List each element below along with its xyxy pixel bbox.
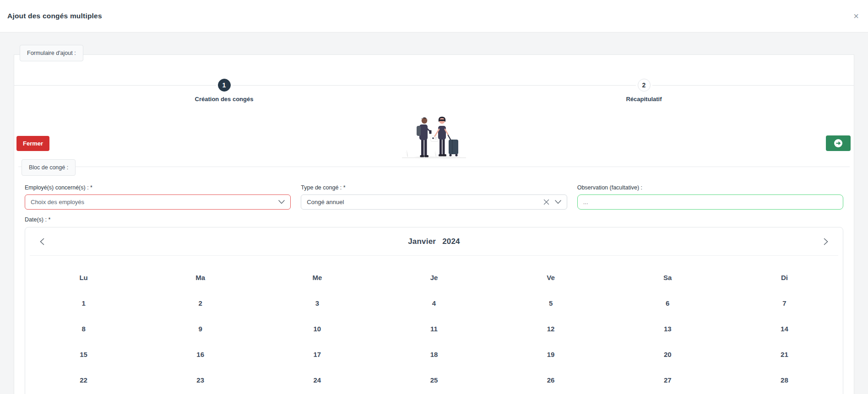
chevron-down-icon: [555, 200, 561, 204]
calendar-header: Janvier 2024: [30, 227, 838, 256]
employees-field: Employé(s) concerné(s) : * Choix des emp…: [25, 184, 291, 210]
observation-input[interactable]: [577, 194, 843, 210]
calendar-day[interactable]: 4: [375, 290, 492, 316]
calendar-day[interactable]: 28: [726, 367, 843, 393]
observation-field: Observation (facultative) :: [577, 184, 843, 210]
calendar-day[interactable]: 17: [259, 341, 375, 367]
wizard-actions: Fermer: [16, 135, 851, 151]
leave-type-value: Congé annuel: [307, 199, 537, 205]
employees-select-placeholder: Choix des employés: [31, 199, 273, 205]
calendar-day[interactable]: 24: [259, 367, 375, 393]
calendar-day[interactable]: 11: [375, 316, 492, 341]
calendar-day[interactable]: 7: [726, 290, 843, 316]
leave-block-legend: Bloc de congé :: [22, 159, 76, 176]
weekday-row: LuMaMeJeVeSaDi: [25, 264, 843, 290]
calendar-day[interactable]: 16: [142, 341, 259, 367]
calendar-day[interactable]: 15: [25, 341, 142, 367]
calendar-day[interactable]: 1: [25, 290, 142, 316]
leave-type-field: Type de congé : * Congé annuel: [301, 184, 567, 210]
form-section-legend: Formulaire d'ajout :: [20, 45, 83, 61]
calendar-title: Janvier 2024: [46, 237, 822, 246]
leave-block-fieldset: Bloc de congé : Employé(s) concerné(s) :…: [18, 167, 850, 394]
calendar-day[interactable]: 18: [375, 341, 492, 367]
calendar-day[interactable]: 20: [609, 341, 726, 367]
dates-label: Date(s) : *: [25, 216, 843, 223]
calendar-day[interactable]: 22: [25, 367, 142, 393]
calendar-day[interactable]: 27: [609, 367, 726, 393]
step-recap[interactable]: 2 Récapitulatif: [434, 79, 854, 103]
weekday-cell: Ma: [142, 264, 259, 290]
weekday-cell: Lu: [25, 264, 142, 290]
employees-label: Employé(s) concerné(s) : *: [25, 184, 291, 191]
clear-icon[interactable]: [543, 199, 549, 205]
chevron-down-icon: [278, 200, 285, 204]
step-2-label: Récapitulatif: [626, 96, 662, 103]
calendar-year[interactable]: 2024: [442, 237, 460, 246]
date-picker-calendar: Janvier 2024 LuMaMeJeVeSaDi 123456789101…: [25, 227, 843, 394]
page-title: Ajout des congés multiples: [7, 12, 102, 20]
calendar-day[interactable]: 3: [259, 290, 375, 316]
chevron-right-icon: [824, 238, 828, 245]
calendar-day[interactable]: 26: [493, 367, 609, 393]
calendar-body: LuMaMeJeVeSaDi 1234567891011121314151617…: [25, 256, 843, 394]
fermer-button[interactable]: Fermer: [16, 136, 49, 151]
step-creation[interactable]: 1 Création des congés: [14, 79, 434, 103]
calendar-day[interactable]: 5: [493, 290, 609, 316]
chevron-left-icon: [40, 238, 44, 245]
step-2-circle: 2: [638, 79, 651, 92]
calendar-week-row: 891011121314: [25, 316, 843, 341]
calendar-day[interactable]: 23: [142, 367, 259, 393]
calendar-week-row: 1234567: [25, 290, 843, 316]
calendar-day[interactable]: 9: [142, 316, 259, 341]
observation-label: Observation (facultative) :: [577, 184, 843, 191]
leave-type-label: Type de congé : *: [301, 184, 567, 191]
calendar-day[interactable]: 8: [25, 316, 142, 341]
step-1-circle: 1: [218, 79, 231, 92]
calendar-day[interactable]: 21: [726, 341, 843, 367]
calendar-day[interactable]: 10: [259, 316, 375, 341]
employees-select[interactable]: Choix des employés: [25, 194, 291, 210]
calendar-day[interactable]: 12: [493, 316, 609, 341]
next-month-button[interactable]: [822, 236, 830, 247]
calendar-week-row: 22232425262728: [25, 367, 843, 393]
calendar-day[interactable]: 14: [726, 316, 843, 341]
arrow-circle-right-icon: [834, 139, 843, 148]
modal-header: Ajout des congés multiples ×: [0, 0, 868, 32]
weekday-cell: Je: [375, 264, 492, 290]
weekday-cell: Sa: [609, 264, 726, 290]
calendar-day[interactable]: 25: [375, 367, 492, 393]
calendar-day[interactable]: 6: [609, 290, 726, 316]
prev-month-button[interactable]: [38, 236, 46, 247]
next-step-button[interactable]: [826, 135, 851, 151]
calendar-month[interactable]: Janvier: [408, 237, 436, 246]
weekday-cell: Me: [259, 264, 375, 290]
calendar-day[interactable]: 13: [609, 316, 726, 341]
stepper: 1 Création des congés 2 Récapitulatif: [14, 79, 854, 103]
leave-type-select[interactable]: Congé annuel: [301, 194, 567, 210]
calendar-day[interactable]: 19: [493, 341, 609, 367]
step-1-label: Création des congés: [195, 96, 254, 103]
weekday-cell: Ve: [493, 264, 609, 290]
calendar-day[interactable]: 2: [142, 290, 259, 316]
close-icon[interactable]: ×: [853, 11, 859, 21]
weekday-cell: Di: [726, 264, 843, 290]
add-form-panel: Formulaire d'ajout : 1 Création des cong…: [14, 54, 854, 394]
calendar-week-row: 15161718192021: [25, 341, 843, 367]
